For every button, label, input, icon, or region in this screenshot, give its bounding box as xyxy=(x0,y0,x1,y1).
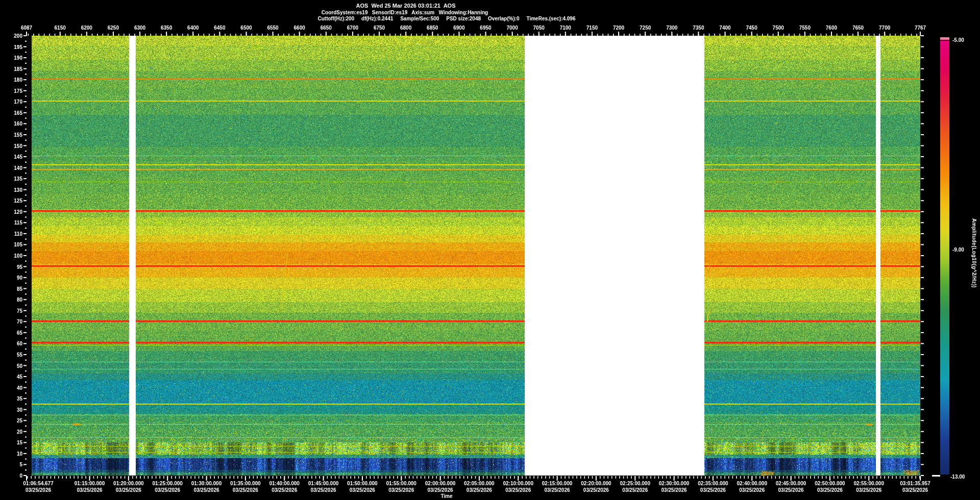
bottom-axis-label: 01:40:00.000 03/25/2026 xyxy=(269,480,300,493)
top-axis-label: 7300 xyxy=(666,24,677,31)
top-axis-label: 6500 xyxy=(240,24,252,31)
bottom-axis-label: 03:01:35.957 03/25/2026 xyxy=(900,480,930,493)
left-axis-label: 35 xyxy=(0,395,22,402)
top-axis-label: 6600 xyxy=(294,24,305,31)
left-axis-label: 65 xyxy=(0,330,22,336)
top-axis-label: 6350 xyxy=(161,24,172,31)
top-axis-label: 7700 xyxy=(879,24,890,31)
left-axis-label: 0 xyxy=(0,472,22,479)
colorbar-mid-label: -9.00 xyxy=(952,246,964,253)
left-axis-label: 70 xyxy=(0,318,22,325)
top-axis-label: 6400 xyxy=(187,24,199,31)
bottom-axis-label: 02:45:00.000 03/25/2026 xyxy=(776,480,806,493)
top-axis-label: 7550 xyxy=(799,24,811,31)
top-axis-label: 6800 xyxy=(400,24,411,31)
left-axis-label: 95 xyxy=(0,264,22,270)
bottom-axis-label: 01:55:00.000 03/25/2026 xyxy=(386,480,416,493)
left-axis-label: 120 xyxy=(0,209,22,215)
top-axis-label: 6200 xyxy=(81,24,92,31)
bottom-axis-label: 01:06:54.677 03/25/2026 xyxy=(23,480,54,493)
left-axis-label: 90 xyxy=(0,274,22,281)
bottom-axis-label: 01:35:00.000 03/25/2026 xyxy=(230,480,261,493)
left-axis-label: 160 xyxy=(0,120,22,127)
bottom-axis-label: 01:50:00.000 03/25/2026 xyxy=(347,480,378,493)
bottom-axis-label: 01:15:00.000 03/25/2026 xyxy=(75,480,105,493)
left-axis-label: 185 xyxy=(0,66,22,72)
top-axis-label: 7400 xyxy=(719,24,730,31)
left-axis-label: 170 xyxy=(0,98,22,105)
top-axis-label: 7000 xyxy=(506,24,518,31)
top-axis-label: 7050 xyxy=(533,24,545,31)
top-axis-label: 7200 xyxy=(613,24,624,31)
top-axis-label: 6650 xyxy=(321,24,332,31)
top-axis-label: 6700 xyxy=(347,24,358,31)
left-axis-label: 155 xyxy=(0,132,22,138)
top-axis-label: 7150 xyxy=(586,24,598,31)
top-axis-label: 6750 xyxy=(374,24,385,31)
bottom-axis-label: 02:55:00.000 03/25/2026 xyxy=(853,480,884,493)
time-axis-title: Time xyxy=(440,493,452,499)
bottom-axis-label: 02:50:00.000 03/25/2026 xyxy=(815,480,845,493)
left-axis-label: 125 xyxy=(0,197,22,204)
top-axis-label: 7650 xyxy=(852,24,864,31)
left-axis-label: 150 xyxy=(0,143,22,149)
bottom-axis-label: 02:10:00.000 03/25/2026 xyxy=(503,480,533,493)
bottom-axis-label: 02:05:00.000 03/25/2026 xyxy=(464,480,495,493)
left-axis-label: 140 xyxy=(0,165,22,171)
bottom-axis-label: 02:25:00.000 03/25/2026 xyxy=(620,480,650,493)
bottom-axis-label: 01:20:00.000 03/25/2026 xyxy=(113,480,144,493)
left-axis-label: 60 xyxy=(0,340,22,347)
left-axis-label: 175 xyxy=(0,88,22,94)
left-axis-label: 180 xyxy=(0,77,22,83)
spectrogram-canvas xyxy=(0,0,980,500)
top-axis-label: 6250 xyxy=(108,24,119,31)
left-axis-label: 45 xyxy=(0,373,22,380)
top-axis-label: 6900 xyxy=(453,24,464,31)
left-axis-label: 135 xyxy=(0,176,22,182)
left-axis-label: 105 xyxy=(0,241,22,248)
left-axis-label: 85 xyxy=(0,286,22,292)
top-axis-label: 6450 xyxy=(214,24,225,31)
left-axis-label: 195 xyxy=(0,44,22,51)
colorbar-min-label: -13.00 xyxy=(950,473,965,480)
left-axis-label: 100 xyxy=(0,253,22,259)
top-axis-label: 6150 xyxy=(55,24,66,31)
top-axis-label: 7100 xyxy=(560,24,571,31)
left-axis-label: 110 xyxy=(0,231,22,237)
top-axis-label: 7450 xyxy=(746,24,757,31)
bottom-axis-label: 02:00:00.000 03/25/2026 xyxy=(425,480,456,493)
left-axis-label: 115 xyxy=(0,219,22,226)
left-axis-label: 55 xyxy=(0,352,22,358)
top-axis-label: 7500 xyxy=(773,24,784,31)
left-axis-label: 10 xyxy=(0,451,22,457)
spectrogram-display: AOS Wed 25 Mar 2026 03:01:21 AOS CoordSy… xyxy=(0,0,980,500)
top-axis-label: 7250 xyxy=(640,24,651,31)
left-axis-label: 5 xyxy=(0,461,22,468)
bottom-axis-label: 01:45:00.000 03/25/2026 xyxy=(308,480,339,493)
left-axis-label: 75 xyxy=(0,308,22,314)
left-axis-label: 80 xyxy=(0,296,22,303)
bottom-axis-label: 01:30:00.000 03/25/2026 xyxy=(191,480,222,493)
bottom-axis-label: 02:40:00.000 03/25/2026 xyxy=(737,480,767,493)
left-axis-label: 165 xyxy=(0,110,22,116)
bottom-axis-label: 02:15:00.000 03/25/2026 xyxy=(542,480,573,493)
left-axis-label: 40 xyxy=(0,385,22,391)
left-axis-label: 130 xyxy=(0,187,22,193)
top-axis-label: 6087 xyxy=(21,24,32,31)
left-axis-label: 200 xyxy=(0,33,22,39)
left-axis-label: 20 xyxy=(0,429,22,435)
left-axis-label: 50 xyxy=(0,363,22,369)
bottom-axis-label: 02:20:00.000 03/25/2026 xyxy=(581,480,611,493)
left-axis-label: 190 xyxy=(0,55,22,61)
amplitude-axis-title: Amplitude(Log10(g^2/Hz)) xyxy=(971,218,977,288)
page-title: AOS Wed 25 Mar 2026 03:01:21 AOS xyxy=(356,3,455,9)
top-axis-label: 6550 xyxy=(267,24,278,31)
top-axis-label: 6950 xyxy=(480,24,491,31)
left-axis-label: 30 xyxy=(0,407,22,413)
bottom-axis-label: 02:30:00.000 03/25/2026 xyxy=(659,480,690,493)
top-axis-label: 6850 xyxy=(427,24,438,31)
colorbar-max-label: -5.00 xyxy=(952,37,964,43)
top-axis-label: 7350 xyxy=(693,24,704,31)
top-axis-label: 7600 xyxy=(826,24,837,31)
bottom-axis-label: 01:25:00.000 03/25/2026 xyxy=(152,480,183,493)
